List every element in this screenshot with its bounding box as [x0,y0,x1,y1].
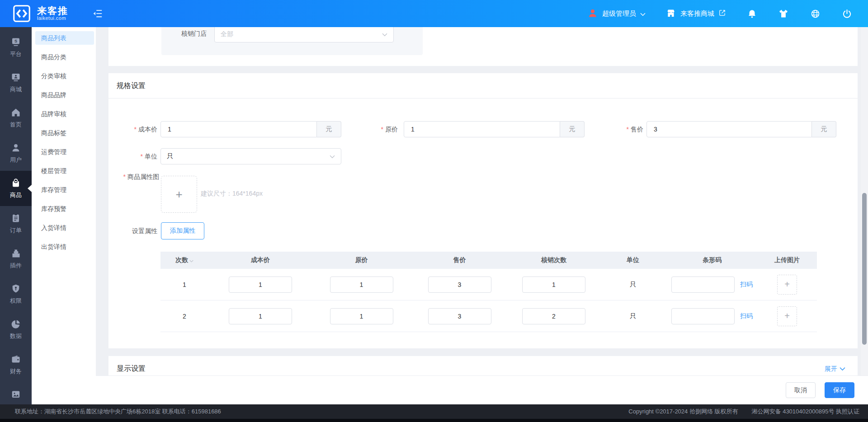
unit-select-value: 只 [167,152,173,160]
set-attrs-label: 设置属性 [108,223,157,239]
store-filter-label: 核销门店 [181,28,207,38]
row-upload-image-button[interactable]: + [777,275,797,295]
submenu-item-freight-management[interactable]: 运费管理 [35,145,94,159]
save-button[interactable]: 保存 [825,382,854,398]
pie-chart-icon [10,319,21,331]
expand-toggle[interactable]: 展开 [825,356,845,375]
store-filter-card: 核销门店 全部 [108,27,858,66]
wallet-icon [10,354,21,366]
store-filter-select[interactable]: 全部 [214,27,394,42]
footer-contact: 联系地址：湖南省长沙市岳麓区绿地中央广场6栋2018室 联系电话：6159816… [15,408,221,416]
unit-label: 单位 [108,148,157,164]
secondary-sidebar: 商品列表 商品分类 分类审核 商品品牌 品牌审核 商品标签 运费管理 楼层管理 … [32,27,96,404]
sidebar-item-data[interactable]: 数据 [0,312,32,347]
primary-sidebar: S 平台 商城 首页 [0,27,32,422]
attr-image-hint: 建议尺寸：164*164px [201,190,263,198]
sidebar-item-label: 商品 [10,192,22,198]
scrollbar-thumb[interactable] [862,193,867,345]
row-barcode-input[interactable] [671,277,735,293]
chevron-down-icon [330,153,335,160]
image-icon [10,389,21,401]
puzzle-icon [10,248,21,260]
scrollbar-track[interactable] [861,27,868,404]
globe-icon[interactable] [809,8,821,19]
row-orig-input[interactable] [330,308,393,324]
scan-barcode-link[interactable]: 扫码 [740,312,753,320]
brand-subtitle: laiketui.com [37,16,68,21]
sidebar-item-label: 商城 [10,86,22,93]
submenu-item-goods-tags[interactable]: 商品标签 [35,126,94,140]
store-filter-value: 全部 [221,30,233,38]
attr-image-label: 商品属性图 [108,172,159,181]
chevron-down-icon [640,10,646,18]
submenu-item-goods-category[interactable]: 商品分类 [35,50,94,64]
row-cost-input[interactable] [229,277,292,293]
col-upload: 上传图片 [757,256,817,264]
sale-price-input[interactable] [646,121,812,137]
brand-logo[interactable]: 来客推 laiketui.com [0,4,68,23]
display-section-title: 显示设置 [117,365,146,372]
menu-fold-icon[interactable] [92,9,104,19]
unit-select[interactable]: 只 [160,148,341,164]
submenu-item-brand-review[interactable]: 品牌审核 [35,107,94,121]
sidebar-item-orders[interactable]: 订单 [0,206,32,241]
submenu-item-goods-brand[interactable]: 商品品牌 [35,88,94,102]
submenu-item-goods-list[interactable]: 商品列表 [35,31,94,45]
scan-barcode-link[interactable]: 扫码 [740,281,753,289]
shop-link[interactable]: 来客推商城 [665,8,726,20]
submenu-item-floor-management[interactable]: 楼层管理 [35,164,94,178]
submenu-item-outbound-detail[interactable]: 出货详情 [35,240,94,253]
row-unit-value: 只 [599,312,667,320]
cost-price-input[interactable] [160,121,317,137]
original-price-group: 元 [404,121,585,137]
sale-price-unit-addon: 元 [812,121,836,137]
cost-price-unit-addon: 元 [317,121,341,137]
sidebar-item-plugins[interactable]: 插件 [0,241,32,277]
svg-text:S: S [14,39,17,43]
submenu-item-stock-warning[interactable]: 库存预警 [35,202,94,216]
chevron-down-icon [382,31,387,38]
logout-power-icon[interactable] [841,8,853,19]
row-sale-input[interactable] [428,277,491,293]
sidebar-item-permissions[interactable]: 权限 [0,277,32,312]
sidebar-item-label: 财务 [10,368,22,375]
shirt-icon[interactable] [778,8,789,19]
sidebar-item-finance[interactable]: 财务 [0,347,32,382]
row-cost-input[interactable] [229,308,292,324]
row-unit-value: 只 [599,281,667,289]
sidebar-item-home[interactable]: 首页 [0,100,32,136]
row-orig-input[interactable] [330,277,393,293]
store-filter-panel: 核销门店 全部 [161,27,423,55]
clipboard-icon [10,213,21,225]
spec-settings-card: 规格设置 成本价 元 原价 元 售价 元 单位 只 商品属性图 + 建议尺寸：1… [108,73,858,348]
submenu-item-category-review[interactable]: 分类审核 [35,69,94,83]
row-checks-input[interactable] [522,277,585,293]
row-upload-image-button[interactable]: + [777,306,797,326]
form-action-bar: 取消 保存 [96,375,868,404]
row-checks-input[interactable] [522,308,585,324]
user-menu[interactable]: 超级管理员 [587,8,646,20]
sale-price-label: 售价 [579,121,643,137]
sidebar-item-goods[interactable]: 商品 [0,171,32,206]
col-times[interactable]: 次数 [160,256,208,264]
notifications-bell-icon[interactable] [746,8,758,19]
attr-image-upload[interactable]: + [161,176,197,213]
row-sale-input[interactable] [428,308,491,324]
sidebar-item-mall[interactable]: 商城 [0,65,32,100]
plus-icon: + [175,188,182,202]
avatar [587,8,598,20]
storefront-icon [665,8,676,20]
row-barcode-input[interactable] [671,308,735,324]
original-price-input[interactable] [404,121,560,137]
shop-name-label: 来客推商城 [680,9,714,18]
footer-beian-link[interactable]: 湘公网安备 43010402000895号 执照认证 [752,408,859,416]
submenu-item-stock-management[interactable]: 库存管理 [35,183,94,197]
cancel-button[interactable]: 取消 [786,382,816,398]
spec-table: 次数 成本价 原价 售价 核销次数 单位 条形码 上传图片 1 只 扫码 [160,252,817,332]
add-attribute-button[interactable]: 添加属性 [161,222,204,239]
submenu-item-inbound-detail[interactable]: 入货详情 [35,221,94,234]
user-role-label: 超级管理员 [602,9,636,18]
sort-caret-icon [189,257,193,264]
sidebar-item-users[interactable]: 用户 [0,136,32,171]
sidebar-item-platform[interactable]: S 平台 [0,30,32,65]
